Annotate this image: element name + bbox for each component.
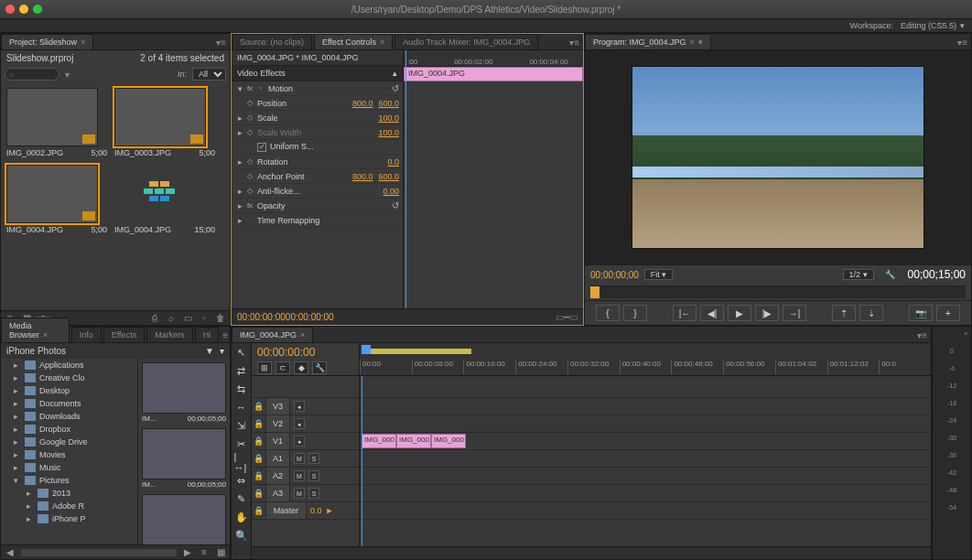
collapse-icon[interactable]: ▴ xyxy=(393,69,397,78)
bin-item[interactable]: IMG_0004.JPG5;00 xyxy=(6,165,107,234)
clip-thumbnail[interactable] xyxy=(6,88,98,146)
tab-history[interactable]: Hi xyxy=(195,327,220,342)
timeline-timecode[interactable]: 00:00:00:00 xyxy=(257,346,353,359)
hand-tool[interactable]: ✋ xyxy=(234,510,249,524)
antiflicker-value[interactable]: 0.00 xyxy=(383,187,399,196)
mark-in-button[interactable]: { xyxy=(596,305,620,321)
filter-dropdown[interactable]: All xyxy=(192,68,226,81)
selection-tool[interactable]: ↖ xyxy=(234,345,249,360)
folder-item[interactable]: 2013 xyxy=(52,489,70,498)
media-clip[interactable] xyxy=(142,494,226,544)
twirl-icon[interactable]: ▸ xyxy=(235,187,244,196)
tab-audio-mixer[interactable]: Audio Track Mixer: IMG_0004.JPG xyxy=(394,34,538,49)
track-a1[interactable]: A1 xyxy=(266,450,290,467)
effect-playhead[interactable] xyxy=(405,50,406,308)
track-v1[interactable]: V1 xyxy=(266,433,290,449)
twirl-icon[interactable]: ▾ xyxy=(235,84,244,93)
lane-v2[interactable] xyxy=(360,415,931,433)
bin-item-sequence[interactable]: IMG_0004.JPG15;00 xyxy=(114,165,215,234)
lane-v3[interactable] xyxy=(360,398,931,415)
program-viewport[interactable] xyxy=(585,50,971,264)
play-button[interactable]: ▶ xyxy=(728,305,751,321)
media-clip[interactable]: IM...00;00;05;00 xyxy=(142,428,226,489)
twirl-icon[interactable]: ▸ xyxy=(235,157,244,167)
close-window[interactable] xyxy=(5,5,15,14)
mute-toggle[interactable]: M xyxy=(294,453,305,464)
step-forward-button[interactable]: |▶ xyxy=(755,305,779,321)
folder-item[interactable]: Desktop xyxy=(39,386,70,395)
new-bin-icon[interactable]: ▭ xyxy=(182,313,193,324)
snap-toggle[interactable]: ⊞ xyxy=(257,361,272,374)
scale-value[interactable]: 100.0 xyxy=(378,113,399,123)
new-item-icon[interactable]: ▫ xyxy=(199,313,210,324)
reset-icon[interactable]: ↺ xyxy=(386,200,399,211)
bin-item[interactable]: IMG_0002.JPG5;00 xyxy=(6,88,107,157)
tab-program[interactable]: Program: IMG_0004.JPG×▾ xyxy=(585,34,711,49)
lock-icon[interactable]: 🔒 xyxy=(252,415,266,432)
lock-icon[interactable]: 🔒 xyxy=(252,468,266,484)
wrench-icon[interactable]: 🔧 xyxy=(885,270,895,279)
timeline-playhead-marker[interactable] xyxy=(362,345,371,354)
panel-menu-icon[interactable]: ▾≡ xyxy=(954,36,971,49)
panel-menu-icon[interactable]: ▾≡ xyxy=(566,36,583,49)
settings-icon[interactable]: 🔧 xyxy=(312,361,327,374)
rotation-value[interactable]: 0.0 xyxy=(387,157,399,167)
timeline-clip[interactable]: IMG_000 xyxy=(431,434,466,448)
media-clip[interactable]: IM...00;00;05;00 xyxy=(142,362,226,423)
close-icon[interactable]: × xyxy=(690,38,695,47)
automate-icon[interactable]: ⎙ xyxy=(149,313,160,324)
rolling-edit-tool[interactable]: ↔ xyxy=(234,400,249,415)
chevron-down-icon[interactable]: ▾ xyxy=(698,38,703,47)
export-frame-button[interactable]: 📷 xyxy=(909,305,933,321)
twirl-icon[interactable]: ▸ xyxy=(235,113,244,123)
tab-markers[interactable]: Markers xyxy=(146,327,193,342)
timeline-clip[interactable]: IMG_000 xyxy=(362,434,396,448)
resolution-dropdown[interactable]: 1/2 ▾ xyxy=(843,269,874,280)
lane-a3[interactable] xyxy=(360,485,931,502)
scrollbar[interactable] xyxy=(21,549,177,556)
trash-icon[interactable]: 🗑 xyxy=(215,313,226,324)
panel-menu-icon[interactable]: ▾≡ xyxy=(913,328,931,342)
panel-menu-icon[interactable]: ≡ xyxy=(221,328,230,342)
chevron-down-icon[interactable]: ▾ xyxy=(65,70,70,80)
timeline-zoom-bar[interactable] xyxy=(252,546,931,559)
track-a2[interactable]: A2 xyxy=(266,468,290,484)
lock-icon[interactable]: 🔒 xyxy=(252,485,266,501)
thumbnail-view-icon[interactable]: ▦ xyxy=(215,547,226,558)
marker-icon[interactable]: ◆ xyxy=(294,361,308,374)
button-editor[interactable]: + xyxy=(936,305,960,321)
keyframe-icon[interactable]: ◇ xyxy=(244,113,255,122)
chevron-down-icon[interactable]: ▾ xyxy=(220,346,224,356)
lane-v1[interactable]: IMG_000 IMG_000 IMG_000 xyxy=(360,433,931,450)
lock-icon[interactable]: 🔒 xyxy=(252,433,266,449)
filter-icon[interactable]: ▼ xyxy=(205,346,214,356)
linked-selection-toggle[interactable]: ⊂ xyxy=(275,361,290,374)
timeline-playhead[interactable] xyxy=(362,376,362,546)
lane-master[interactable] xyxy=(360,502,931,520)
timeline-ruler[interactable]: 00:0000:00:08:0000:00:16:0000:00:24:0000… xyxy=(360,343,931,375)
folder-item[interactable]: Google Drive xyxy=(39,437,88,447)
tab-info[interactable]: Info xyxy=(71,327,102,342)
extract-button[interactable]: ⇣ xyxy=(859,305,883,321)
close-icon[interactable]: × xyxy=(81,38,85,47)
mark-out-button[interactable]: } xyxy=(623,305,647,321)
find-icon[interactable]: ⌕ xyxy=(166,313,177,324)
anchor-y[interactable]: 600.0 xyxy=(378,172,399,181)
keyframe-icon[interactable]: ◇ xyxy=(244,157,255,166)
slip-tool[interactable]: |↔| xyxy=(234,455,249,469)
time-remapping-effect[interactable]: Time Remapping xyxy=(255,216,399,225)
tab-effects[interactable]: Effects xyxy=(103,327,145,342)
folder-item[interactable]: Music xyxy=(39,463,61,472)
ripple-edit-tool[interactable]: ⇆ xyxy=(234,382,249,396)
opacity-effect[interactable]: Opacity xyxy=(255,201,386,210)
go-to-out-button[interactable]: →| xyxy=(783,305,806,321)
motion-effect[interactable]: Motion xyxy=(266,84,386,93)
effect-timecode[interactable]: 00:00:00:00 xyxy=(237,312,286,322)
slide-tool[interactable]: ⇔ xyxy=(234,473,249,488)
mute-toggle[interactable]: M xyxy=(294,488,305,499)
pen-tool[interactable]: ✎ xyxy=(234,491,249,506)
folder-item[interactable]: Creative Clo xyxy=(39,373,85,382)
panel-menu-icon[interactable]: ≡ xyxy=(964,330,971,337)
zoom-fit-dropdown[interactable]: Fit ▾ xyxy=(644,269,674,280)
folder-item[interactable]: iPhone P xyxy=(52,514,86,523)
